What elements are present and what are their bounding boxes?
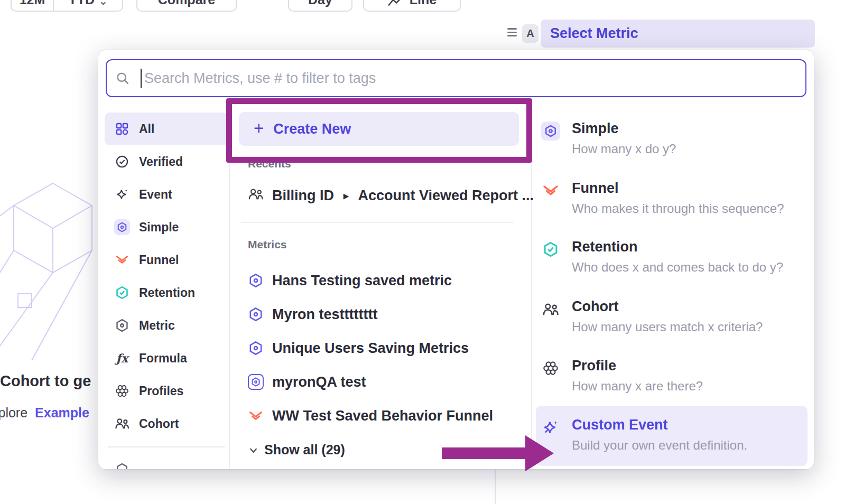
chevron-down-icon (249, 447, 258, 453)
empty-state-headline: Cohort to ge (0, 372, 91, 390)
sidebar-item-partial[interactable] (105, 453, 228, 470)
saved-metric-hexagon-icon (248, 306, 264, 322)
example-reports-link[interactable]: Example (35, 405, 89, 420)
sidebar-item-verified[interactable]: Verified (105, 145, 228, 178)
range-ytd-label: YTD (68, 0, 95, 7)
sidebar-item-label: Verified (139, 155, 183, 169)
section-divider (241, 222, 514, 223)
sidebar-item-retention[interactable]: Retention (105, 276, 228, 309)
app-canvas: 12M YTD ⌄ Compare Day Line A Select Metr… (0, 0, 854, 504)
sidebar-item-funnel[interactable]: Funnel (105, 244, 228, 276)
cohort-people-icon (114, 416, 130, 432)
search-icon (115, 71, 130, 86)
sidebar-item-label: Metric (139, 319, 175, 333)
grid-icon (114, 121, 130, 137)
chevron-down-icon: ⌄ (99, 0, 108, 7)
cohort-people-icon (248, 188, 264, 204)
chart-type-line-button[interactable]: Line (363, 0, 461, 12)
sidebar-item-label: All (139, 122, 154, 136)
metric-item-label: WW Test Saved Behavior Funnel (272, 408, 493, 424)
metric-type-title: Cohort (572, 298, 618, 314)
sidebar-item-all[interactable]: All (105, 113, 228, 145)
funnel-icon (541, 181, 560, 200)
sidebar-item-label: Retention (139, 286, 195, 300)
create-new-button[interactable]: + Create New (239, 112, 519, 146)
retention-icon (541, 240, 560, 259)
metric-row-badge: A (522, 24, 539, 43)
breadcrumb-arrow-icon: ▸ (344, 190, 349, 202)
drag-handle-icon[interactable] (507, 28, 517, 36)
metric-type-title: Simple (572, 120, 619, 136)
recent-item[interactable]: Billing ID ▸ Account Viewed Report ... (248, 181, 534, 210)
metric-type-custom-event[interactable]: Custom Event Build your own event defini… (536, 406, 807, 466)
recent-item-primary: Billing ID (272, 188, 334, 204)
metric-list-item[interactable]: Hans Testing saved metric (248, 264, 518, 297)
metrics-heading: Metrics (248, 238, 287, 251)
metric-type-retention[interactable]: Retention Who does x and comes back to d… (541, 239, 803, 275)
profiles-flower-icon (541, 359, 560, 378)
verified-badge-icon (114, 154, 130, 170)
cohort-people-icon (541, 300, 560, 319)
column-divider (531, 106, 532, 469)
metric-item-label: myronQA test (272, 374, 366, 390)
search-input[interactable]: Search Metrics, use # to filter to tags (106, 59, 806, 97)
metric-type-desc: Who does x and comes back to do y? (572, 260, 783, 275)
metric-list-item[interactable]: Unique Users Saving Metrics (248, 331, 518, 365)
event-spark-icon (114, 186, 130, 202)
custom-event-spark-icon (541, 418, 560, 437)
granularity-day-button[interactable]: Day (288, 0, 352, 12)
compare-button[interactable]: Compare (136, 0, 237, 12)
sidebar-item-cohort[interactable]: Cohort (105, 407, 228, 440)
metric-item-label: Myron testttttttt (272, 306, 377, 323)
sidebar-item-formula[interactable]: ƒx Formula (105, 342, 228, 375)
metric-type-desc: Build your own event definition. (572, 438, 747, 453)
profiles-flower-icon (114, 383, 130, 399)
funnel-icon (114, 252, 130, 268)
line-chart-icon (387, 0, 403, 7)
boxed-metric-icon (248, 374, 264, 390)
sidebar-item-label: Simple (139, 220, 179, 235)
metric-type-cohort[interactable]: Cohort How many users match x criteria? (541, 298, 803, 334)
funnel-icon (248, 408, 264, 424)
hexagon-icon (114, 461, 130, 470)
metric-type-funnel[interactable]: Funnel Who makes it through this sequenc… (541, 180, 803, 216)
metric-type-title: Retention (572, 239, 638, 255)
metric-type-title: Funnel (572, 180, 619, 196)
simple-metric-icon (541, 122, 560, 141)
sidebar-item-label: Funnel (139, 253, 179, 267)
create-new-label: Create New (273, 121, 351, 137)
sidebar-item-metric[interactable]: Metric (105, 309, 228, 342)
chart-type-label: Line (410, 0, 437, 7)
show-all-toggle[interactable]: Show all (29) (249, 442, 345, 458)
formula-icon: ƒx (114, 350, 130, 366)
sidebar-item-label: Cohort (139, 417, 179, 431)
range-12m-button[interactable]: 12M (12, 0, 53, 11)
metric-list-item[interactable]: myronQA test (248, 365, 518, 399)
metric-list-item[interactable]: WW Test Saved Behavior Funnel (248, 399, 518, 433)
sidebar-item-label: Formula (139, 351, 187, 366)
metric-item-label: Unique Users Saving Metrics (272, 340, 469, 357)
metric-type-title: Profile (572, 358, 616, 374)
show-all-label: Show all (29) (264, 442, 345, 458)
retention-icon (114, 285, 130, 301)
metric-type-profile[interactable]: Profile How many x are there? (541, 358, 803, 394)
metric-hexagon-icon (114, 318, 130, 333)
subline-text: xplore (0, 405, 27, 420)
metric-picker-modal: Search Metrics, use # to filter to tags … (98, 50, 814, 469)
sidebar-item-event[interactable]: Event (105, 178, 228, 211)
select-metric-field[interactable]: Select Metric (541, 20, 815, 48)
sidebar-item-simple[interactable]: Simple (105, 211, 228, 244)
metric-list-item[interactable]: Myron testttttttt (248, 297, 518, 331)
sidebar-divider (108, 446, 225, 447)
plus-icon: + (254, 119, 264, 137)
category-sidebar: All Verified Event (105, 113, 228, 469)
sidebar-item-label: Profiles (139, 384, 183, 398)
sidebar-item-label: Event (139, 188, 172, 202)
metric-item-label: Hans Testing saved metric (272, 273, 452, 289)
range-ytd-button[interactable]: YTD ⌄ (53, 0, 122, 11)
metric-type-title: Custom Event (572, 417, 668, 433)
sidebar-item-profiles[interactable]: Profiles (105, 375, 228, 407)
metric-type-simple[interactable]: Simple How many x do y? (541, 120, 803, 156)
metric-type-desc: How many x are there? (572, 379, 703, 394)
metric-type-desc: How many x do y? (572, 142, 676, 156)
